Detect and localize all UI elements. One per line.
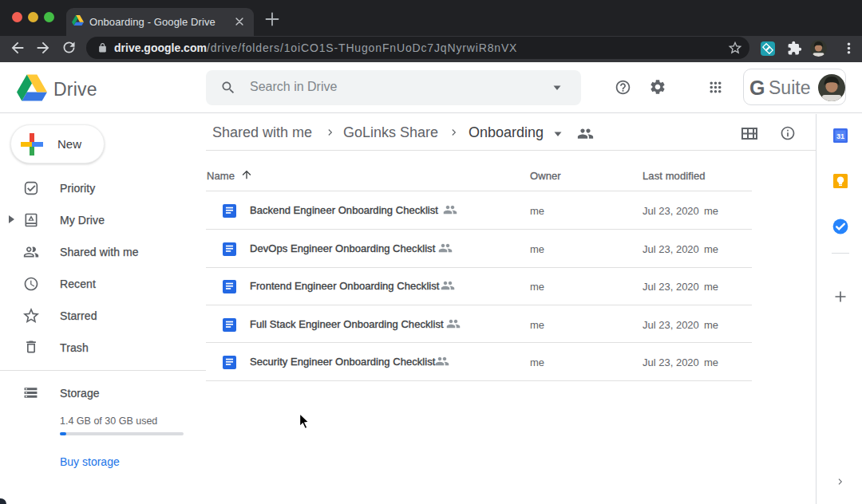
svg-text:31: 31 [836,132,844,140]
